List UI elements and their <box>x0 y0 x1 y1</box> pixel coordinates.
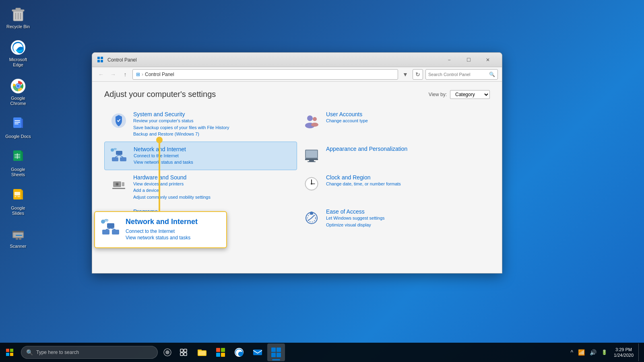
svg-line-79 <box>111 228 116 230</box>
up-button[interactable]: ↑ <box>120 70 130 79</box>
ease-link-1[interactable]: Let Windows suggest settings <box>326 215 385 222</box>
cortana-button[interactable] <box>159 344 175 360</box>
system-security-title[interactable]: System and Security <box>133 111 229 117</box>
taskbar-mail[interactable] <box>249 343 266 361</box>
network-internet-icon <box>109 146 129 165</box>
svg-rect-97 <box>221 353 225 357</box>
network-internet-title[interactable]: Network and Internet <box>134 146 193 152</box>
ease-access-title[interactable]: Ease of Access <box>326 208 385 215</box>
svg-rect-83 <box>6 353 9 356</box>
category-system-security[interactable]: System and Security Review your computer… <box>104 107 297 142</box>
connector-line <box>159 139 160 212</box>
clock-area[interactable]: 3:29 PM 1/24/2020 <box>611 347 637 358</box>
hw-link-2[interactable]: Add a device <box>133 187 211 194</box>
svg-point-10 <box>17 84 20 88</box>
recyclebin-label: Recycle Bin <box>6 24 30 29</box>
hw-link-3[interactable]: Adjust commonly used mobility settings <box>133 194 211 201</box>
sys-link-2[interactable]: Save backup copies of your files with Fi… <box>133 124 229 131</box>
volume-icon[interactable]: 🔊 <box>588 348 598 357</box>
net-link-1[interactable]: Connect to the Internet <box>134 152 193 159</box>
breadcrumb-icon: ⊞ <box>136 72 140 77</box>
svg-rect-34 <box>16 238 18 240</box>
taskbar-apps <box>193 343 285 361</box>
forward-button[interactable]: → <box>108 70 118 79</box>
close-button[interactable]: ✕ <box>479 54 497 66</box>
viewby-dropdown[interactable]: Category <box>450 90 490 99</box>
cp-titlebar-title: Control Panel <box>107 57 440 63</box>
battery-icon[interactable]: 🔋 <box>600 348 609 357</box>
minimize-button[interactable]: − <box>440 54 458 66</box>
svg-rect-94 <box>216 348 220 352</box>
user-accounts-title[interactable]: User Accounts <box>326 111 368 117</box>
taskbar-search-icon: 🔍 <box>26 349 33 356</box>
viewby-label: View by: <box>429 92 447 97</box>
dropdown-button[interactable]: ▼ <box>400 70 410 79</box>
chrome-icon <box>10 78 26 94</box>
svg-line-48 <box>115 155 119 157</box>
breadcrumb: ⊞ › Control Panel <box>136 72 174 77</box>
user-link-1[interactable]: Change account type <box>326 117 368 124</box>
svg-rect-60 <box>112 188 125 189</box>
taskbar-file-explorer[interactable] <box>193 343 211 361</box>
svg-rect-16 <box>14 123 19 124</box>
back-button[interactable]: ← <box>96 70 106 79</box>
network-tray-icon[interactable]: 📶 <box>576 348 586 357</box>
svg-rect-46 <box>120 157 126 161</box>
category-hardware-sound[interactable]: Hardware and Sound View devices and prin… <box>104 170 297 205</box>
hardware-sound-title[interactable]: Hardware and Sound <box>133 174 211 181</box>
svg-marker-12 <box>21 117 23 119</box>
sys-link-3[interactable]: Backup and Restore (Windows 7) <box>133 131 229 138</box>
svg-rect-77 <box>107 223 114 228</box>
desktop-icon-chrome[interactable]: Google Chrome <box>2 76 34 109</box>
address-box[interactable]: ⊞ › Control Panel <box>132 69 398 80</box>
search-input[interactable] <box>428 72 487 77</box>
svg-marker-18 <box>21 150 23 152</box>
svg-rect-103 <box>277 353 281 357</box>
sys-link-1[interactable]: Review your computer's status <box>133 117 229 124</box>
callout-link-1[interactable]: Connect to the Internet <box>126 228 198 234</box>
net-link-2[interactable]: View network status and tasks <box>134 159 193 166</box>
maximize-button[interactable]: ☐ <box>459 54 478 66</box>
task-view-button[interactable] <box>175 344 192 360</box>
svg-rect-90 <box>184 353 187 356</box>
desktop-icon-edge[interactable]: Microsoft Edge <box>2 37 34 70</box>
taskbar-settings[interactable] <box>267 343 285 361</box>
hw-link-1[interactable]: View devices and printers <box>133 181 211 187</box>
category-appearance[interactable]: Appearance and Personalization <box>297 142 490 170</box>
desktop-icon-sheets[interactable]: Google Sheets <box>2 147 34 180</box>
clock-region-title[interactable]: Clock and Region <box>326 174 401 181</box>
start-button[interactable] <box>0 343 19 362</box>
svg-line-49 <box>119 155 123 157</box>
category-user-accounts[interactable]: User Accounts Change account type <box>297 107 490 142</box>
hardware-sound-icon <box>109 174 128 193</box>
slides-label: Google Slides <box>4 206 32 216</box>
svg-rect-2 <box>16 8 21 10</box>
svg-rect-76 <box>112 230 119 234</box>
callout-link-2[interactable]: View network status and tasks <box>126 235 198 241</box>
refresh-button[interactable]: ↻ <box>413 69 423 80</box>
desktop-icon-scanner[interactable]: Scanner <box>2 224 34 251</box>
category-clock-region[interactable]: Clock and Region Change date, time, or n… <box>297 170 490 205</box>
viewby-select[interactable]: Category <box>450 90 490 99</box>
svg-rect-29 <box>17 196 20 197</box>
search-box[interactable]: 🔍 <box>425 69 498 80</box>
desktop-icon-slides[interactable]: Google Slides <box>2 185 34 218</box>
svg-rect-54 <box>309 160 314 161</box>
taskbar-search-bar[interactable]: 🔍 Type here to search <box>21 346 158 359</box>
taskbar-edge[interactable] <box>230 343 248 361</box>
chevron-up-icon[interactable]: ^ <box>569 348 575 357</box>
category-ease-access[interactable]: Ease of Access Let Windows suggest setti… <box>297 204 490 232</box>
show-desktop-button[interactable] <box>638 343 641 361</box>
clock-link-1[interactable]: Change date, time, or number formats <box>326 181 401 187</box>
svg-rect-55 <box>308 161 316 162</box>
desktop-icon-recyclebin[interactable]: Recycle Bin <box>2 4 34 32</box>
svg-rect-99 <box>253 350 262 355</box>
svg-marker-25 <box>21 189 23 191</box>
svg-rect-52 <box>306 150 317 158</box>
taskbar-store[interactable] <box>212 343 229 361</box>
desktop-icon-docs[interactable]: Google Docs <box>2 114 34 142</box>
category-network-internet[interactable]: Network and Internet Connect to the Inte… <box>104 142 297 170</box>
desktop-icons-panel: Recycle Bin Microsoft Edge <box>0 0 36 259</box>
ease-link-2[interactable]: Optimize visual display <box>326 222 385 228</box>
appearance-title[interactable]: Appearance and Personalization <box>326 146 407 152</box>
